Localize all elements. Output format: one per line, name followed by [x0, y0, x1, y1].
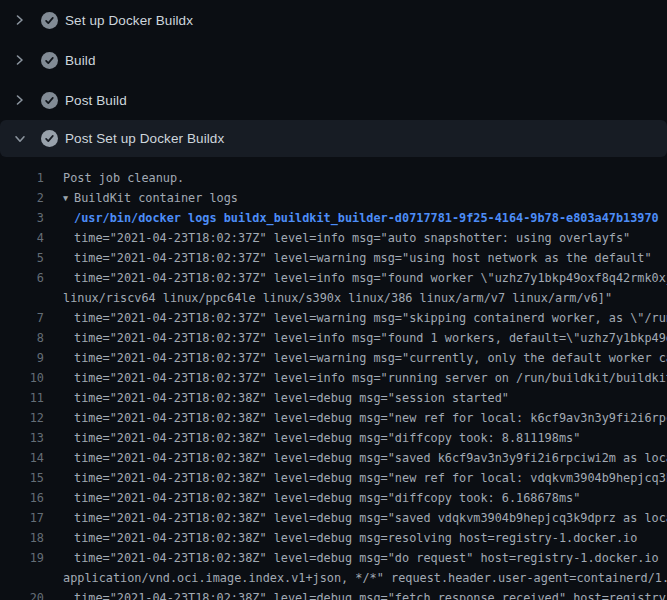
- log-line: 12 time="2021-04-23T18:02:38Z" level=deb…: [0, 408, 667, 428]
- line-text: time="2021-04-23T18:02:37Z" level=warnin…: [74, 248, 652, 268]
- line-text: time="2021-04-23T18:02:37Z" level=info m…: [74, 328, 667, 348]
- line-number[interactable]: 7: [0, 308, 44, 328]
- line-number[interactable]: 6: [0, 268, 44, 288]
- line-number[interactable]: 15: [0, 468, 44, 488]
- check-circle-icon: [41, 52, 58, 69]
- log-line: linux/riscv64 linux/ppc64le linux/s390x …: [0, 288, 667, 308]
- log-viewer: 1 Post job cleanup. 2 ▼ BuildKit contain…: [0, 157, 667, 600]
- line-text: time="2021-04-23T18:02:38Z" level=debug …: [74, 408, 667, 428]
- log-line: 16 time="2021-04-23T18:02:38Z" level=deb…: [0, 488, 667, 508]
- line-text: application/vnd.oci.image.index.v1+json,…: [63, 568, 667, 588]
- log-line: 19 time="2021-04-23T18:02:38Z" level=deb…: [0, 548, 667, 568]
- log-line: 1 Post job cleanup.: [0, 168, 667, 188]
- line-text: /usr/bin/docker logs buildx_buildkit_bui…: [74, 208, 659, 228]
- log-line: 14 time="2021-04-23T18:02:38Z" level=deb…: [0, 448, 667, 468]
- line-number[interactable]: 3: [0, 208, 44, 228]
- check-circle-icon: [41, 130, 58, 147]
- line-number[interactable]: 16: [0, 488, 44, 508]
- log-line: 10 time="2021-04-23T18:02:37Z" level=inf…: [0, 368, 667, 388]
- step-set-up-docker-buildx[interactable]: Set up Docker Buildx: [0, 0, 667, 40]
- line-text: time="2021-04-23T18:02:38Z" level=debug …: [74, 588, 667, 600]
- line-number[interactable]: 2: [0, 188, 44, 208]
- log-line: 18 time="2021-04-23T18:02:38Z" level=deb…: [0, 528, 667, 548]
- line-number[interactable]: 11: [0, 388, 44, 408]
- log-line: 17 time="2021-04-23T18:02:38Z" level=deb…: [0, 508, 667, 528]
- step-label: Post Set up Docker Buildx: [65, 131, 224, 146]
- line-number[interactable]: 14: [0, 448, 44, 468]
- line-number[interactable]: 1: [0, 168, 44, 188]
- line-number[interactable]: 18: [0, 528, 44, 548]
- line-text: Post job cleanup.: [63, 168, 184, 188]
- steps-list: Set up Docker Buildx Build Post Build Po…: [0, 0, 667, 157]
- group-toggle-icon[interactable]: ▼: [63, 188, 68, 208]
- step-build[interactable]: Build: [0, 40, 667, 80]
- step-post-set-up-docker-buildx[interactable]: Post Set up Docker Buildx: [0, 120, 667, 157]
- line-number[interactable]: 19: [0, 548, 44, 568]
- line-text: BuildKit container logs: [74, 188, 238, 208]
- line-number[interactable]: 17: [0, 508, 44, 528]
- log-line: application/vnd.oci.image.index.v1+json,…: [0, 568, 667, 588]
- line-text: time="2021-04-23T18:02:38Z" level=debug …: [74, 468, 667, 488]
- check-circle-icon: [41, 92, 58, 109]
- line-number[interactable]: 13: [0, 428, 44, 448]
- step-label: Post Build: [65, 93, 127, 108]
- line-text: linux/riscv64 linux/ppc64le linux/s390x …: [63, 288, 612, 308]
- line-text: time="2021-04-23T18:02:37Z" level=warnin…: [74, 308, 667, 328]
- log-line: 13 time="2021-04-23T18:02:38Z" level=deb…: [0, 428, 667, 448]
- line-number[interactable]: 12: [0, 408, 44, 428]
- log-line: 9 time="2021-04-23T18:02:37Z" level=warn…: [0, 348, 667, 368]
- line-number[interactable]: 5: [0, 248, 44, 268]
- line-text: time="2021-04-23T18:02:37Z" level=info m…: [74, 368, 667, 388]
- line-text: time="2021-04-23T18:02:38Z" level=debug …: [74, 388, 509, 408]
- step-post-build[interactable]: Post Build: [0, 80, 667, 120]
- line-number[interactable]: 9: [0, 348, 44, 368]
- chevron-right-icon: [12, 52, 28, 68]
- line-text: time="2021-04-23T18:02:38Z" level=debug …: [74, 448, 667, 468]
- log-line: 3 /usr/bin/docker logs buildx_buildkit_b…: [0, 208, 667, 228]
- step-label: Build: [65, 53, 96, 68]
- chevron-down-icon: [12, 131, 28, 147]
- line-number[interactable]: 20: [0, 588, 44, 600]
- line-number[interactable]: 10: [0, 368, 44, 388]
- log-line: 4 time="2021-04-23T18:02:37Z" level=info…: [0, 228, 667, 248]
- line-text: time="2021-04-23T18:02:37Z" level=info m…: [74, 228, 630, 248]
- line-number[interactable]: 8: [0, 328, 44, 348]
- line-text: time="2021-04-23T18:02:38Z" level=debug …: [74, 488, 580, 508]
- log-line: 20 time="2021-04-23T18:02:38Z" level=deb…: [0, 588, 667, 600]
- line-text: time="2021-04-23T18:02:38Z" level=debug …: [74, 508, 667, 528]
- log-line: 2 ▼ BuildKit container logs: [0, 188, 667, 208]
- check-circle-icon: [41, 12, 58, 29]
- chevron-right-icon: [12, 12, 28, 28]
- line-text: time="2021-04-23T18:02:37Z" level=warnin…: [74, 348, 667, 368]
- step-label: Set up Docker Buildx: [65, 13, 193, 28]
- line-text: time="2021-04-23T18:02:37Z" level=info m…: [74, 268, 667, 288]
- line-text: time="2021-04-23T18:02:38Z" level=debug …: [74, 428, 580, 448]
- line-text: time="2021-04-23T18:02:38Z" level=debug …: [74, 548, 667, 568]
- log-line: 11 time="2021-04-23T18:02:38Z" level=deb…: [0, 388, 667, 408]
- log-line: 15 time="2021-04-23T18:02:38Z" level=deb…: [0, 468, 667, 488]
- log-line: 7 time="2021-04-23T18:02:37Z" level=warn…: [0, 308, 667, 328]
- log-line: 5 time="2021-04-23T18:02:37Z" level=warn…: [0, 248, 667, 268]
- line-text: time="2021-04-23T18:02:38Z" level=debug …: [74, 528, 637, 548]
- log-line: 6 time="2021-04-23T18:02:37Z" level=info…: [0, 268, 667, 288]
- line-number[interactable]: 4: [0, 228, 44, 248]
- log-line: 8 time="2021-04-23T18:02:37Z" level=info…: [0, 328, 667, 348]
- chevron-right-icon: [12, 92, 28, 108]
